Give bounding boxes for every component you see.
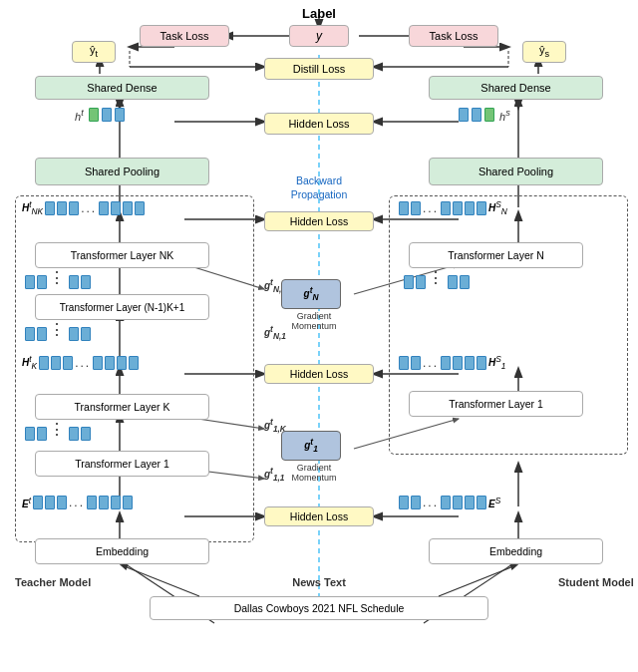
embedding-teacher: Embedding (35, 538, 209, 564)
h-k-row: HtK ... (22, 354, 139, 371)
hidden-loss-k: Hidden Loss (264, 364, 374, 384)
trans-layer-n: Transformer Layer N (409, 242, 583, 268)
feat-blue-2 (115, 108, 125, 122)
shared-pooling-student: Shared Pooling (429, 158, 603, 185)
g-n-box: gtN (281, 279, 341, 309)
label-title: Label (269, 4, 369, 22)
shared-pooling-teacher: Shared Pooling (35, 158, 209, 185)
y-hat-student: ŷs (522, 41, 566, 63)
trans-layer-nk: Transformer Layer NK (35, 242, 209, 268)
main-diagram: Label y Task Loss Task Loss ŷt ŷs Distil… (0, 0, 638, 672)
h-n-row: ... HSN (399, 199, 507, 216)
feat-green-1 (89, 108, 99, 122)
svg-line-45 (122, 565, 199, 596)
feat-blue-s2 (472, 108, 481, 122)
h-nk-row: HtNK ... (22, 199, 145, 216)
input-text-box: Dallas Cowboys 2021 NFL Schedule (150, 596, 488, 620)
embedding-student: Embedding (429, 538, 603, 564)
trans-layer-1-teacher: Transformer Layer 1 (35, 451, 209, 477)
task-loss-left: Task Loss (140, 25, 229, 47)
news-text-label: News Text (254, 576, 384, 588)
g-11-label: gt1,1 (264, 466, 284, 483)
distill-loss: Distill Loss (264, 58, 374, 80)
y-hat-teacher: ŷt (72, 41, 116, 63)
student-model-label: Student Model (558, 576, 634, 588)
shared-dense-teacher: Shared Dense (35, 76, 209, 100)
svg-line-46 (439, 565, 516, 596)
feat-green-s1 (484, 108, 494, 122)
dots-teacher-lower: ⋮ (25, 427, 91, 441)
g-1-box: gt1 (281, 431, 341, 461)
g-n1-label: gtN,1 (264, 324, 286, 341)
h-student: hs (459, 108, 510, 123)
dots-teacher-upper: ⋮ (25, 275, 91, 289)
trans-layer-1-student: Transformer Layer 1 (409, 391, 583, 417)
hidden-loss-e: Hidden Loss (264, 506, 374, 526)
y-box: y (289, 25, 349, 47)
trans-layer-n1k1: Transformer Layer (N-1)K+1 (35, 294, 209, 320)
dots-teacher-mid: ⋮ (25, 327, 91, 341)
hidden-loss-nk: Hidden Loss (264, 211, 374, 231)
feat-blue-1 (102, 108, 112, 122)
feat-blue-s1 (459, 108, 469, 122)
hidden-loss-h: Hidden Loss (264, 113, 374, 135)
task-loss-right: Task Loss (409, 25, 498, 47)
h-1-row: ... HS1 (399, 354, 505, 371)
shared-dense-student: Shared Dense (429, 76, 603, 100)
backward-propagation-label: BackwardPropagation (264, 174, 374, 201)
trans-layer-k: Transformer Layer K (35, 394, 209, 420)
teacher-model-label: Teacher Model (15, 576, 91, 588)
dots-student-upper: ⋮ (404, 275, 470, 289)
h-teacher: ht (75, 108, 125, 123)
e-t-row: Et ... (22, 496, 133, 509)
e-s-row: ... ES (399, 496, 500, 509)
